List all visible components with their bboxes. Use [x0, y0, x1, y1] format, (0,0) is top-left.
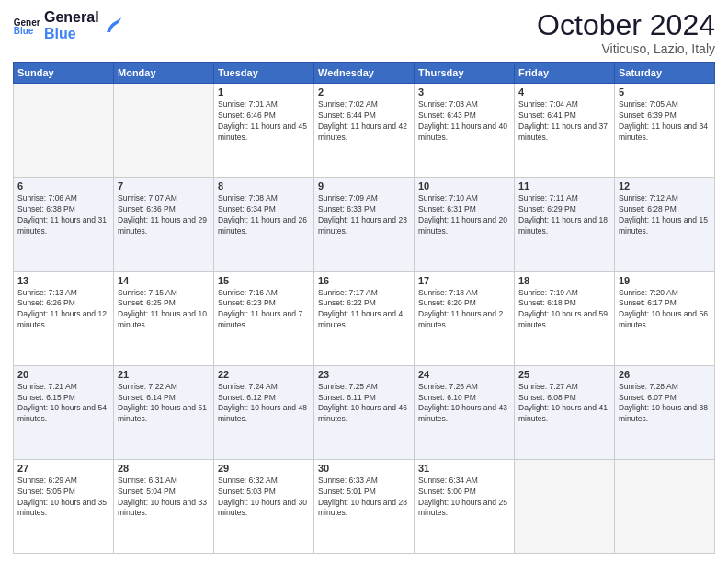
calendar-day-cell — [114, 84, 214, 178]
day-number: 28 — [118, 463, 210, 474]
calendar-day-cell: 9Sunrise: 7:09 AMSunset: 6:33 PMDaylight… — [314, 178, 415, 271]
day-number: 23 — [318, 369, 410, 380]
svg-text:Blue: Blue — [14, 25, 34, 34]
day-info: Sunrise: 7:19 AMSunset: 6:18 PMDaylight:… — [518, 288, 610, 332]
day-number: 30 — [318, 463, 410, 474]
day-number: 1 — [218, 86, 310, 98]
day-header-saturday: Saturday — [615, 63, 715, 84]
calendar-day-cell: 26Sunrise: 7:28 AMSunset: 6:07 PMDayligh… — [615, 365, 715, 459]
calendar-header-row: SundayMondayTuesdayWednesdayThursdayFrid… — [14, 63, 715, 84]
calendar-day-cell: 4Sunrise: 7:04 AMSunset: 6:41 PMDaylight… — [515, 84, 615, 178]
day-info: Sunrise: 6:29 AMSunset: 5:05 PMDaylight:… — [17, 476, 109, 520]
day-number: 24 — [418, 369, 510, 380]
day-number: 2 — [318, 86, 410, 98]
calendar-week-row: 6Sunrise: 7:06 AMSunset: 6:38 PMDaylight… — [14, 178, 715, 271]
day-number: 16 — [318, 275, 410, 286]
title-block: October 2024 Viticuso, Lazio, Italy — [537, 9, 715, 56]
calendar-day-cell: 23Sunrise: 7:25 AMSunset: 6:11 PMDayligh… — [314, 365, 415, 459]
day-number: 4 — [518, 86, 610, 98]
day-info: Sunrise: 7:04 AMSunset: 6:41 PMDaylight:… — [518, 99, 610, 144]
day-header-thursday: Thursday — [415, 63, 515, 84]
day-info: Sunrise: 7:18 AMSunset: 6:20 PMDaylight:… — [418, 288, 510, 332]
calendar-day-cell: 7Sunrise: 7:07 AMSunset: 6:36 PMDaylight… — [114, 178, 214, 271]
day-info: Sunrise: 7:21 AMSunset: 6:15 PMDaylight:… — [17, 382, 109, 426]
calendar-day-cell: 12Sunrise: 7:12 AMSunset: 6:28 PMDayligh… — [615, 178, 715, 271]
day-info: Sunrise: 7:02 AMSunset: 6:44 PMDaylight:… — [318, 99, 410, 144]
logo-icon: General Blue — [13, 17, 40, 35]
day-info: Sunrise: 7:13 AMSunset: 6:26 PMDaylight:… — [17, 288, 109, 332]
day-number: 25 — [518, 369, 610, 380]
calendar-day-cell: 21Sunrise: 7:22 AMSunset: 6:14 PMDayligh… — [114, 365, 214, 459]
day-info: Sunrise: 6:33 AMSunset: 5:01 PMDaylight:… — [318, 476, 410, 520]
calendar-day-cell: 10Sunrise: 7:10 AMSunset: 6:31 PMDayligh… — [415, 178, 515, 271]
day-info: Sunrise: 7:05 AMSunset: 6:39 PMDaylight:… — [619, 99, 711, 144]
day-info: Sunrise: 7:17 AMSunset: 6:22 PMDaylight:… — [318, 288, 410, 332]
calendar-day-cell: 8Sunrise: 7:08 AMSunset: 6:34 PMDaylight… — [214, 178, 314, 271]
month-title: October 2024 — [537, 9, 715, 41]
logo-general: General — [44, 9, 99, 26]
day-number: 29 — [218, 463, 310, 474]
calendar-day-cell: 18Sunrise: 7:19 AMSunset: 6:18 PMDayligh… — [515, 271, 615, 365]
day-info: Sunrise: 7:10 AMSunset: 6:31 PMDaylight:… — [418, 193, 510, 237]
day-info: Sunrise: 7:26 AMSunset: 6:10 PMDaylight:… — [418, 382, 510, 426]
calendar-week-row: 20Sunrise: 7:21 AMSunset: 6:15 PMDayligh… — [14, 365, 715, 459]
day-number: 21 — [118, 369, 210, 380]
day-info: Sunrise: 7:15 AMSunset: 6:25 PMDaylight:… — [118, 288, 210, 332]
logo-blue: Blue — [44, 26, 99, 42]
calendar-day-cell: 1Sunrise: 7:01 AMSunset: 6:46 PMDaylight… — [214, 84, 314, 178]
day-info: Sunrise: 7:16 AMSunset: 6:23 PMDaylight:… — [218, 288, 310, 332]
day-info: Sunrise: 7:06 AMSunset: 6:38 PMDaylight:… — [17, 193, 109, 237]
day-number: 18 — [518, 275, 610, 286]
day-info: Sunrise: 6:34 AMSunset: 5:00 PMDaylight:… — [418, 476, 510, 520]
day-info: Sunrise: 6:32 AMSunset: 5:03 PMDaylight:… — [218, 476, 310, 520]
calendar-day-cell: 11Sunrise: 7:11 AMSunset: 6:29 PMDayligh… — [515, 178, 615, 271]
header: General Blue General Blue October 2024 V… — [13, 9, 715, 56]
calendar-page: General Blue General Blue October 2024 V… — [0, 0, 728, 563]
day-header-sunday: Sunday — [14, 63, 114, 84]
calendar-day-cell: 13Sunrise: 7:13 AMSunset: 6:26 PMDayligh… — [14, 271, 114, 365]
day-number: 20 — [17, 369, 109, 380]
calendar-day-cell: 3Sunrise: 7:03 AMSunset: 6:43 PMDaylight… — [415, 84, 515, 178]
calendar-day-cell: 25Sunrise: 7:27 AMSunset: 6:08 PMDayligh… — [515, 365, 615, 459]
calendar-day-cell: 31Sunrise: 6:34 AMSunset: 5:00 PMDayligh… — [415, 459, 515, 553]
logo: General Blue General Blue — [13, 9, 123, 41]
day-info: Sunrise: 7:27 AMSunset: 6:08 PMDaylight:… — [518, 382, 610, 426]
calendar-day-cell: 27Sunrise: 6:29 AMSunset: 5:05 PMDayligh… — [14, 459, 114, 553]
day-info: Sunrise: 7:08 AMSunset: 6:34 PMDaylight:… — [218, 193, 310, 237]
calendar-day-cell: 24Sunrise: 7:26 AMSunset: 6:10 PMDayligh… — [415, 365, 515, 459]
day-number: 26 — [619, 369, 711, 380]
calendar-day-cell: 28Sunrise: 6:31 AMSunset: 5:04 PMDayligh… — [114, 459, 214, 553]
calendar-day-cell: 29Sunrise: 6:32 AMSunset: 5:03 PMDayligh… — [214, 459, 314, 553]
day-number: 17 — [418, 275, 510, 286]
location: Viticuso, Lazio, Italy — [537, 41, 715, 56]
day-header-tuesday: Tuesday — [214, 63, 314, 84]
day-info: Sunrise: 7:09 AMSunset: 6:33 PMDaylight:… — [318, 193, 410, 237]
day-number: 14 — [118, 275, 210, 286]
day-info: Sunrise: 7:01 AMSunset: 6:46 PMDaylight:… — [218, 99, 310, 144]
calendar-week-row: 1Sunrise: 7:01 AMSunset: 6:46 PMDaylight… — [14, 84, 715, 178]
calendar-day-cell: 14Sunrise: 7:15 AMSunset: 6:25 PMDayligh… — [114, 271, 214, 365]
day-info: Sunrise: 6:31 AMSunset: 5:04 PMDaylight:… — [118, 476, 210, 520]
day-number: 5 — [619, 86, 711, 98]
calendar-day-cell — [14, 84, 114, 178]
calendar-day-cell — [515, 459, 615, 553]
day-number: 22 — [218, 369, 310, 380]
day-info: Sunrise: 7:07 AMSunset: 6:36 PMDaylight:… — [118, 193, 210, 237]
day-number: 8 — [218, 180, 310, 191]
day-info: Sunrise: 7:25 AMSunset: 6:11 PMDaylight:… — [318, 382, 410, 426]
day-number: 31 — [418, 463, 510, 474]
day-header-monday: Monday — [114, 63, 214, 84]
calendar-day-cell: 17Sunrise: 7:18 AMSunset: 6:20 PMDayligh… — [415, 271, 515, 365]
day-info: Sunrise: 7:22 AMSunset: 6:14 PMDaylight:… — [118, 382, 210, 426]
calendar-week-row: 13Sunrise: 7:13 AMSunset: 6:26 PMDayligh… — [14, 271, 715, 365]
day-number: 10 — [418, 180, 510, 191]
calendar-week-row: 27Sunrise: 6:29 AMSunset: 5:05 PMDayligh… — [14, 459, 715, 553]
calendar-day-cell: 5Sunrise: 7:05 AMSunset: 6:39 PMDaylight… — [615, 84, 715, 178]
day-info: Sunrise: 7:20 AMSunset: 6:17 PMDaylight:… — [619, 288, 711, 332]
calendar-day-cell: 20Sunrise: 7:21 AMSunset: 6:15 PMDayligh… — [14, 365, 114, 459]
day-info: Sunrise: 7:03 AMSunset: 6:43 PMDaylight:… — [418, 99, 510, 144]
calendar-day-cell: 19Sunrise: 7:20 AMSunset: 6:17 PMDayligh… — [615, 271, 715, 365]
calendar-day-cell: 16Sunrise: 7:17 AMSunset: 6:22 PMDayligh… — [314, 271, 415, 365]
day-info: Sunrise: 7:28 AMSunset: 6:07 PMDaylight:… — [619, 382, 711, 426]
day-number: 3 — [418, 86, 510, 98]
